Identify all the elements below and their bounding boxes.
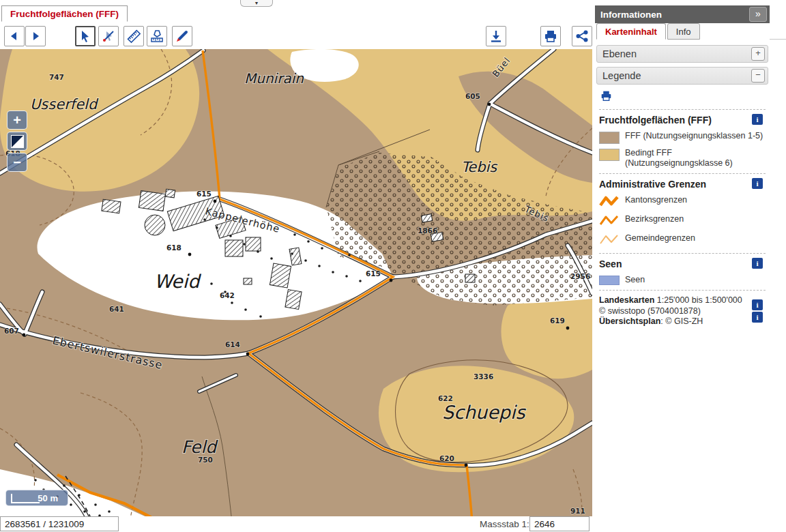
zoom-extent-icon — [11, 135, 24, 148]
map-label: 2956 — [570, 272, 590, 280]
print-button[interactable] — [540, 26, 561, 46]
legend-item: Kantonsgrenzen — [599, 195, 766, 210]
next-arrow-icon — [30, 31, 41, 42]
prev-arrow-icon — [9, 31, 20, 42]
map-label: Munirain — [244, 70, 304, 87]
map-label: 3336 — [474, 372, 493, 381]
separator — [599, 109, 766, 110]
draw-tool-button[interactable] — [172, 26, 192, 46]
legend-section-grenzen-title: Administrative Grenzen i — [599, 179, 766, 190]
map-document-tab[interactable]: Fruchtfolgeflächen (FFF) — [1, 5, 128, 22]
zoom-in-button[interactable]: + — [7, 110, 27, 130]
map-label: 618 — [166, 243, 181, 252]
measure-tool-button[interactable] — [123, 26, 144, 46]
next-view-button[interactable] — [25, 26, 46, 46]
info-icon[interactable]: i — [752, 258, 763, 269]
map-label: 607 — [4, 327, 19, 335]
map-label: 615 — [366, 269, 381, 278]
caret-down-icon: ▼ — [254, 1, 259, 5]
top-panel-toggle[interactable]: ▼ — [240, 0, 273, 7]
legend-print-icon[interactable] — [600, 92, 612, 104]
info-icon[interactable]: i — [752, 178, 763, 189]
measure-ruler-icon — [126, 29, 141, 44]
download-icon — [489, 29, 503, 43]
scalebar: 50 m — [5, 490, 68, 506]
statusbar: Massstab 1: — [0, 516, 594, 532]
map-attribution: i i Landeskarten 1:25'000 bis 1:500'000 … — [599, 295, 766, 327]
plus-icon: + — [13, 113, 21, 128]
coordinate-readout[interactable] — [0, 516, 119, 531]
legend-item: FFF (Nutzungseignungsklassen 1-5) — [599, 131, 766, 144]
elevation-point — [246, 353, 250, 356]
panel-tabs: Karteninhalt Info — [596, 23, 701, 40]
share-icon — [575, 29, 589, 43]
map-label: 750 — [198, 456, 213, 464]
map-label: Schuepis — [442, 402, 526, 423]
legend-item: Bezirksgrenzen — [599, 214, 766, 229]
legend-swatch-fff — [599, 132, 620, 144]
info-icon[interactable]: i — [752, 299, 763, 310]
accordion-ebenen[interactable]: Ebenen + — [596, 45, 768, 63]
tab-info[interactable]: Info — [667, 23, 700, 40]
map-label: 747 — [49, 73, 64, 81]
tab-karteninhalt[interactable]: Karteninhalt — [596, 23, 666, 40]
print-icon — [544, 29, 557, 43]
scale-label: Massstab 1: — [480, 519, 529, 529]
map-label: Weid — [154, 271, 201, 292]
legend-item: Bedingt FFF (Nutzungseignungsklasse 6) — [599, 148, 766, 168]
download-button[interactable] — [486, 26, 506, 46]
legend-swatch-bedingt-fff — [599, 149, 620, 161]
scalebar-label: 50 m — [38, 493, 58, 503]
panel-collapse-button[interactable]: » — [749, 7, 767, 22]
map-document-tab-label: Fruchtfolgeflächen (FFF) — [10, 9, 119, 19]
elevation-point — [23, 334, 26, 337]
deselect-tool-button[interactable] — [98, 26, 119, 46]
scale-input[interactable] — [529, 516, 590, 531]
info-icon[interactable]: i — [752, 114, 763, 125]
profile-tool-button[interactable] — [147, 26, 167, 46]
legend-swatch-seen — [599, 276, 620, 285]
map-label: 620 — [439, 454, 454, 462]
info-panel-title: Informationen — [600, 10, 749, 20]
minus-icon: − — [13, 155, 21, 171]
legend-section-fff-title: Fruchtfolgeflächen (FFF) i — [599, 115, 766, 125]
legend-section-seen-title: Seen i — [599, 258, 766, 269]
share-button[interactable] — [572, 26, 592, 46]
collapse-minus-icon[interactable]: − — [751, 69, 765, 83]
map-label: 1866 — [418, 226, 437, 235]
deselect-pointer-icon — [102, 29, 115, 43]
profile-tool-icon — [149, 29, 164, 44]
elevation-point — [488, 103, 491, 106]
draw-pencil-icon — [175, 29, 190, 44]
zoom-out-button[interactable]: − — [7, 153, 27, 172]
bezirksgrenze-zigzag-icon — [599, 214, 620, 229]
zoom-control: + − — [7, 110, 27, 174]
scalebar-bracket — [11, 494, 40, 503]
map-toolbar — [0, 23, 594, 49]
prev-view-button[interactable] — [4, 26, 25, 46]
info-icon[interactable]: i — [752, 312, 763, 323]
map-label: Feld — [181, 437, 218, 457]
expand-plus-icon[interactable]: + — [751, 47, 765, 61]
elevation-point — [465, 464, 468, 467]
legend-item: Seen — [599, 275, 766, 285]
divider — [770, 39, 786, 40]
map-label: Usserfeld — [30, 96, 99, 113]
select-tool-button[interactable] — [75, 26, 96, 46]
accordion-legende[interactable]: Legende − — [596, 67, 768, 85]
elevation-point — [566, 327, 570, 330]
elevation-point — [390, 279, 393, 282]
gemeindegrenze-zigzag-icon — [599, 233, 620, 248]
map-label: 615 — [196, 190, 212, 198]
legend-item: Gemeindegrenzen — [599, 233, 766, 248]
map-label: 605 — [465, 92, 480, 100]
elevation-point — [188, 253, 192, 256]
elevation-point — [214, 200, 217, 203]
map-label: 614 — [225, 340, 240, 349]
info-panel-header: Informationen » — [595, 5, 770, 23]
gis-viewer-window: Fruchtfolgeflächen (FFF) ▼ — [0, 0, 786, 532]
separator — [599, 173, 766, 174]
zoom-extent-button[interactable] — [7, 132, 27, 151]
map-canvas[interactable]: 747UsserfeldMunirain605Büel618TebisTebis… — [0, 49, 592, 516]
legend-body: Fruchtfolgeflächen (FFF) i FFF (Nutzungs… — [596, 87, 768, 329]
